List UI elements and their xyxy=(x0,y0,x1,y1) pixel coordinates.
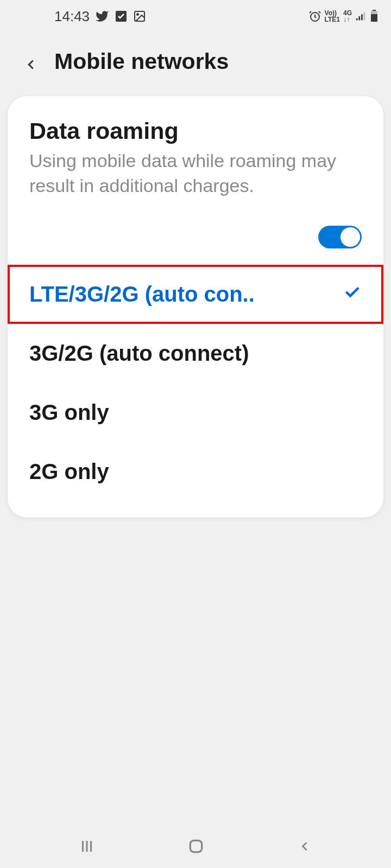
image-icon xyxy=(133,10,146,23)
svg-rect-10 xyxy=(371,14,377,22)
svg-rect-4 xyxy=(356,18,358,21)
status-bar: 14:43 Vo))LTE1 4G↓↑ xyxy=(0,0,391,33)
option-label: 3G only xyxy=(29,400,109,425)
option-label: 3G/2G (auto connect) xyxy=(29,341,249,366)
network-mode-options: LTE/3G/2G (auto con.. 3G/2G (auto connec… xyxy=(8,265,383,518)
back-button[interactable] xyxy=(297,839,312,854)
status-time: 14:43 xyxy=(54,8,90,25)
svg-rect-7 xyxy=(364,12,365,21)
network-text: Vo))LTE1 xyxy=(325,10,340,23)
signal-icon xyxy=(355,10,367,22)
alarm-icon xyxy=(308,10,321,23)
roaming-description: Using mobile data while roaming may resu… xyxy=(29,149,362,199)
home-button[interactable] xyxy=(187,838,205,855)
page-title: Mobile networks xyxy=(54,49,229,74)
header: Mobile networks xyxy=(0,33,391,96)
battery-icon xyxy=(370,10,378,23)
status-right: Vo))LTE1 4G↓↑ xyxy=(308,10,378,23)
settings-card: Data roaming Using mobile data while roa… xyxy=(8,96,383,518)
option-label: LTE/3G/2G (auto con.. xyxy=(29,282,255,307)
roaming-title: Data roaming xyxy=(29,118,362,144)
svg-point-2 xyxy=(137,14,138,15)
svg-rect-14 xyxy=(190,840,201,852)
network-option-2g-only[interactable]: 2G only xyxy=(8,442,383,501)
roaming-section[interactable]: Data roaming Using mobile data while roa… xyxy=(8,96,383,215)
network-4g: 4G↓↑ xyxy=(343,10,352,23)
checkbox-icon xyxy=(115,10,128,23)
svg-rect-8 xyxy=(373,10,376,11)
toggle-knob xyxy=(340,227,361,247)
recents-button[interactable] xyxy=(79,838,95,854)
roaming-toggle[interactable] xyxy=(318,226,362,248)
network-option-3g-only[interactable]: 3G only xyxy=(8,383,383,442)
network-option-lte-3g-2g[interactable]: LTE/3G/2G (auto con.. xyxy=(8,265,383,324)
svg-rect-6 xyxy=(361,14,363,20)
svg-rect-5 xyxy=(358,16,360,20)
twitter-icon xyxy=(95,9,109,23)
check-icon xyxy=(342,282,362,307)
status-left: 14:43 xyxy=(13,8,146,25)
navigation-bar xyxy=(0,825,391,868)
network-option-3g-2g[interactable]: 3G/2G (auto connect) xyxy=(8,324,383,383)
roaming-toggle-row xyxy=(8,215,383,265)
back-icon[interactable] xyxy=(23,54,39,70)
option-label: 2G only xyxy=(29,459,109,484)
